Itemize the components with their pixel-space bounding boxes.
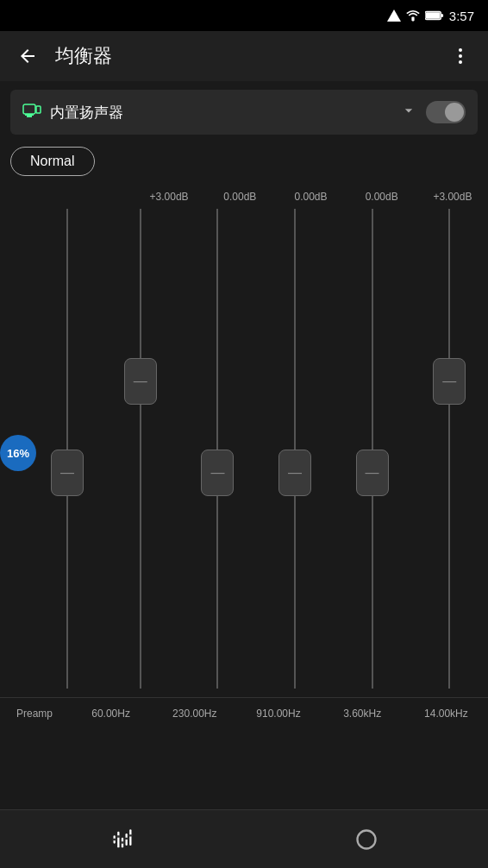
slider-thumb-1[interactable] (201, 450, 234, 496)
device-icon (22, 103, 41, 123)
db-label-1: 0.00dB (204, 191, 275, 203)
db-label-0: +3.00dB (134, 191, 204, 203)
freq-labels-row: Preamp 60.00Hz 230.00Hz 910.00Hz 3.60kHz… (0, 697, 488, 728)
status-time: 3:57 (449, 9, 474, 23)
freq-label-0: 60.00Hz (69, 708, 153, 720)
svg-rect-21 (128, 834, 133, 836)
svg-rect-10 (27, 116, 32, 117)
back-button[interactable] (10, 39, 45, 73)
slider-track-preamp (66, 209, 68, 689)
slider-track-0 (140, 209, 141, 689)
slider-band-3[interactable] (334, 209, 411, 689)
slider-track-4 (448, 209, 450, 689)
svg-point-7 (459, 60, 462, 64)
device-selector[interactable]: 内置扬声器 (10, 90, 478, 135)
slider-track-1 (216, 209, 218, 689)
slider-band-2[interactable] (256, 209, 334, 689)
slider-band-4[interactable] (410, 209, 488, 689)
freq-label-1: 230.00Hz (153, 708, 236, 720)
status-icons: 3:57 (387, 9, 474, 23)
svg-rect-17 (112, 838, 116, 840)
wifi-icon (406, 9, 420, 22)
svg-rect-16 (129, 829, 131, 846)
preset-button[interactable]: Normal (10, 147, 95, 176)
status-bar: 3:57 (0, 0, 488, 31)
db-label-2: 0.00dB (275, 191, 346, 203)
svg-marker-0 (387, 9, 401, 22)
slider-thumb-3[interactable] (356, 450, 389, 496)
slider-band-1[interactable] (179, 209, 257, 689)
sliders-container: 16% (0, 209, 488, 697)
nav-circle-button[interactable] (345, 818, 388, 861)
slider-track-3 (372, 209, 373, 689)
svg-rect-11 (36, 106, 41, 113)
svg-rect-13 (117, 831, 119, 847)
page-title: 均衡器 (55, 43, 433, 69)
preset-area: Normal (0, 143, 488, 176)
battery-icon (425, 10, 444, 21)
equalizer-area: +3.00dB 0.00dB 0.00dB 0.00dB +3.00dB 16% (0, 176, 488, 728)
svg-rect-9 (25, 114, 34, 116)
db-label-4: +3.00dB (417, 191, 488, 203)
freq-label-3: 3.60kHz (321, 708, 404, 720)
slider-thumb-2[interactable] (278, 450, 311, 496)
svg-rect-8 (23, 104, 35, 114)
bottom-nav (0, 809, 488, 868)
slider-thumb-0[interactable] (124, 358, 157, 405)
db-labels-row: +3.00dB 0.00dB 0.00dB 0.00dB +3.00dB (0, 185, 488, 209)
svg-rect-3 (426, 12, 441, 18)
svg-rect-1 (411, 17, 414, 22)
slider-thumb-4[interactable] (433, 358, 466, 405)
svg-point-22 (357, 830, 375, 848)
slider-band-0[interactable] (102, 209, 179, 689)
freq-label-4: 14.00kHz (404, 708, 488, 720)
svg-rect-20 (124, 837, 128, 839)
svg-point-5 (459, 48, 462, 52)
volume-badge: 16% (0, 435, 36, 471)
freq-label-preamp: Preamp (0, 708, 69, 720)
svg-rect-19 (120, 841, 124, 843)
svg-rect-4 (441, 14, 443, 17)
device-toggle[interactable] (426, 101, 466, 123)
top-bar: 均衡器 (0, 31, 488, 81)
nav-equalizer-button[interactable] (101, 818, 144, 861)
more-button[interactable] (443, 39, 478, 73)
slider-preamp[interactable] (33, 209, 102, 689)
device-name: 内置扬声器 (50, 103, 391, 123)
svg-rect-18 (116, 835, 121, 837)
freq-label-2: 910.00Hz (236, 708, 320, 720)
slider-thumb-preamp[interactable] (51, 450, 84, 496)
slider-track-2 (294, 209, 296, 689)
db-label-3: 0.00dB (347, 191, 417, 203)
svg-point-6 (459, 54, 462, 58)
signal-icon (387, 9, 401, 22)
dropdown-icon[interactable] (400, 102, 417, 123)
